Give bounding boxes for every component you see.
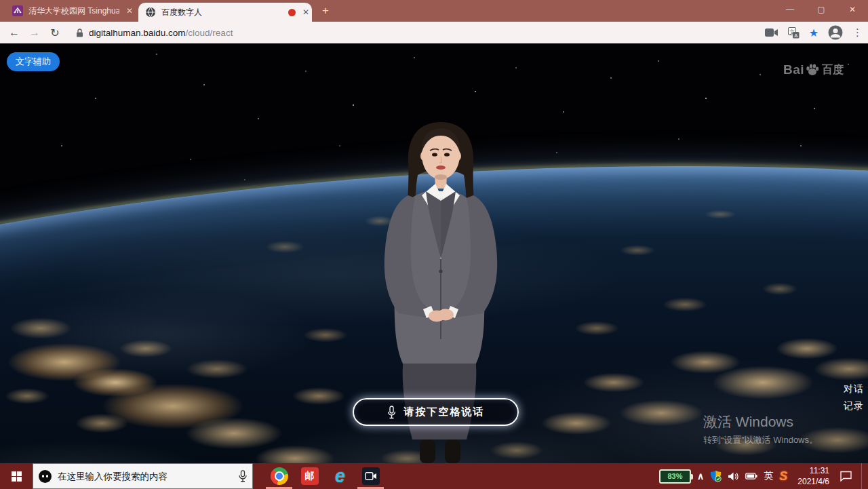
tab-title: 清华大学校园网 Tsinghua Univ [28, 5, 119, 17]
tab-close-icon[interactable]: ✕ [300, 7, 312, 17]
battery-tray-icon[interactable] [745, 473, 757, 480]
window-close-button[interactable]: ✕ [837, 0, 868, 20]
url-path: /cloud/react [186, 28, 233, 38]
window-maximize-button[interactable]: ▢ [806, 0, 837, 20]
ime-indicator[interactable]: 英 [764, 470, 773, 482]
forward-button[interactable]: → [24, 26, 45, 39]
search-mic-icon[interactable] [239, 470, 247, 482]
video-camera-icon[interactable] [765, 28, 778, 37]
globe-favicon-icon [145, 7, 156, 18]
baidu-logo-text: Bai [783, 62, 804, 77]
mic-prompt-text: 请按下空格说话 [404, 406, 485, 418]
windows-taskbar: 邮 e 83% ∧ [0, 463, 868, 489]
address-bar[interactable]: digitalhuman.baidu.com/cloud/react [89, 28, 233, 38]
side-tab-dialogue[interactable]: 对话 [844, 383, 864, 395]
text-assist-button[interactable]: 文字辅助 [7, 52, 60, 71]
taskbar-app-chrome[interactable] [264, 463, 294, 489]
battery-widget[interactable]: 83% [659, 469, 691, 484]
translate-icon[interactable]: 文 A [788, 27, 800, 39]
clock-time: 11:31 [797, 465, 829, 476]
mail-icon: 邮 [301, 467, 319, 485]
system-tray: 83% ∧ 英 S 11:31 2021/4/6 [659, 463, 868, 489]
watermark-line1: 激活 Windows [703, 412, 818, 431]
tab-close-icon[interactable]: ✕ [123, 6, 136, 16]
baidu-logo-cn: 百度 [822, 63, 844, 77]
defender-shield-icon[interactable] [710, 470, 722, 482]
url-host: digitalhuman.baidu.com [89, 28, 186, 38]
tab-title: 百度数字人 [161, 7, 284, 18]
battery-percent: 83% [668, 472, 683, 480]
start-button[interactable] [0, 463, 33, 489]
volume-icon[interactable] [728, 471, 739, 482]
browser-menu-icon[interactable]: ⋮ [852, 26, 863, 39]
back-button[interactable]: ← [4, 26, 24, 39]
taskbar-app-mail[interactable]: 邮 [294, 463, 325, 489]
bookmark-star-icon[interactable]: ★ [809, 26, 818, 39]
svg-text:A: A [794, 32, 797, 38]
reload-button[interactable]: ↻ [45, 26, 65, 39]
baidu-paw-icon [805, 62, 820, 77]
show-desktop-strip[interactable] [861, 463, 864, 489]
microphone-icon [387, 406, 396, 419]
sogou-input-icon[interactable]: S [779, 469, 787, 484]
chrome-icon [271, 467, 288, 485]
windows-logo-icon [12, 471, 22, 482]
action-center-icon[interactable] [840, 471, 852, 482]
taskbar-app-camera[interactable] [355, 463, 386, 489]
watermark-line2: 转到“设置”以激活 Windows。 [703, 434, 818, 446]
cortana-icon [39, 470, 52, 483]
tab-tsinghua[interactable]: 清华大学校园网 Tsinghua Univ ✕ [5, 0, 138, 22]
side-tab-record[interactable]: 记录 [844, 400, 864, 412]
window-minimize-button[interactable]: — [774, 0, 806, 20]
taskbar-app-ie[interactable]: e [325, 463, 355, 489]
recording-indicator-icon [288, 9, 296, 16]
taskbar-search[interactable] [33, 463, 253, 489]
taskbar-search-input[interactable] [58, 471, 233, 482]
browser-titlebar: 清华大学校园网 Tsinghua Univ ✕ 百度数字人 ✕ + — ▢ ✕ [0, 0, 868, 22]
tray-overflow-chevron-icon[interactable]: ∧ [697, 471, 704, 482]
push-to-talk-pill[interactable]: 请按下空格说话 [353, 398, 519, 426]
page-viewport: 文字辅助 Bai 百度 请按下空格说话 对话 记录 激活 Windows 转到“… [0, 43, 868, 463]
camera-app-icon [362, 467, 380, 485]
internet-explorer-icon: e [335, 467, 345, 485]
baidu-logo: Bai 百度 [783, 62, 844, 77]
clock-date: 2021/4/6 [797, 476, 829, 487]
tsinghua-favicon-icon [12, 5, 23, 16]
tab-digital-human[interactable]: 百度数字人 ✕ [138, 3, 312, 22]
activate-windows-watermark: 激活 Windows 转到“设置”以激活 Windows。 [703, 412, 818, 446]
lock-icon[interactable] [76, 28, 83, 37]
clock-widget[interactable]: 11:31 2021/4/6 [797, 465, 829, 487]
profile-avatar-icon[interactable] [828, 25, 843, 40]
new-tab-button[interactable]: + [317, 4, 334, 19]
browser-toolbar: ← → ↻ digitalhuman.baidu.com/cloud/react… [0, 22, 868, 43]
